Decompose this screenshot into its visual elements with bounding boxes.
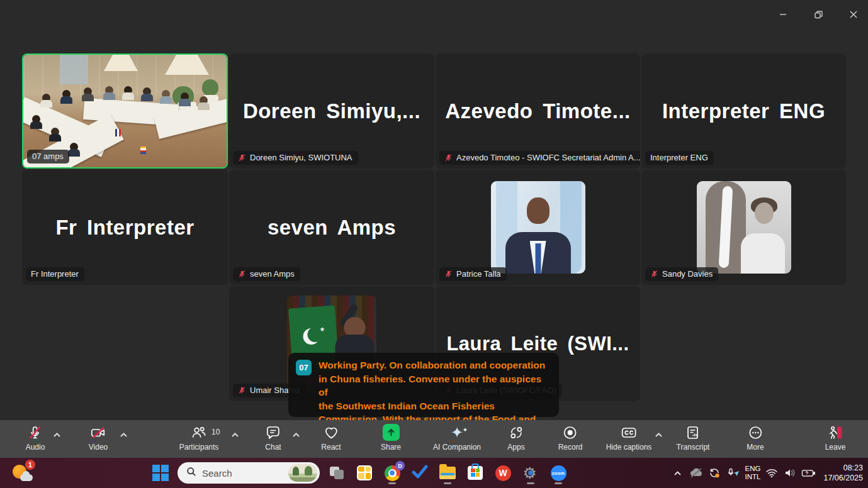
minimize-button[interactable] <box>774 6 792 23</box>
participant-name-label: Interpreter ENG <box>645 151 714 165</box>
widgets-board-button[interactable] <box>354 460 375 485</box>
onedrive-offline-icon[interactable] <box>689 462 703 484</box>
caption-line: the Southwest Indian Ocean Fisheries <box>318 399 551 413</box>
weather-icon: 1 <box>11 463 33 482</box>
muted-mic-icon <box>28 424 43 441</box>
participant-name: Fr Interpreter <box>31 269 79 279</box>
search-highlight-image[interactable] <box>288 464 317 482</box>
widgets-icon <box>357 465 372 480</box>
hide-captions-button[interactable]: Hide captions <box>606 424 652 452</box>
participant-name-label: seven Amps <box>233 267 300 281</box>
chat-button[interactable]: Chat <box>265 424 281 452</box>
muted-mic-icon <box>238 270 246 278</box>
tray-date: 17/06/2025 <box>823 473 863 483</box>
tile-patrice-talla[interactable]: Patrice Talla <box>436 170 640 285</box>
language-variant: INTL <box>745 473 761 481</box>
tray-time: 08:23 <box>823 463 863 473</box>
participant-name: Doreen Simiyu, SWIOTUNA <box>250 153 352 162</box>
restore-button[interactable] <box>809 6 828 23</box>
caption-speaker-badge: 07 <box>296 360 312 375</box>
tile-azevedo-timoteo[interactable]: Azevedo Timote... Azevedo Timoteo - SWIO… <box>436 53 640 169</box>
search-input[interactable]: Search <box>178 462 320 484</box>
profile-photo <box>491 181 585 274</box>
zoom-app-icon: zoom <box>551 465 566 481</box>
captions-options-chevron[interactable] <box>655 429 663 436</box>
audio-options-chevron[interactable] <box>53 429 62 436</box>
settings-button[interactable]: ⚙ <box>520 460 541 485</box>
muted-mic-icon <box>238 386 246 394</box>
participant-name-label: Sandy Davies <box>645 267 718 281</box>
audio-button[interactable]: Audio <box>26 424 45 452</box>
notification-badge: 1 <box>25 460 35 470</box>
caption-text: Working Party. On collaboration and coop… <box>318 358 551 412</box>
muted-camera-icon <box>89 424 106 441</box>
close-button[interactable] <box>844 6 863 23</box>
apps-icon <box>509 424 524 441</box>
tile-07-amps[interactable]: 07 amps <box>22 53 228 169</box>
speaker-icon[interactable] <box>783 462 797 484</box>
search-icon <box>186 467 196 479</box>
tile-interpreter-eng[interactable]: Interpreter ENG Interpreter ENG <box>641 53 846 169</box>
ai-companion-button[interactable]: ✦✦ AI Companion <box>433 424 481 452</box>
profile-photo <box>697 181 791 274</box>
sync-status-icon[interactable] <box>707 462 721 484</box>
react-button[interactable]: React <box>321 424 341 452</box>
tile-sandy-davies[interactable]: Sandy Davies <box>641 170 846 285</box>
wifi-icon[interactable] <box>765 462 779 484</box>
muted-mic-icon <box>444 270 453 278</box>
battery-icon[interactable] <box>801 462 815 484</box>
checkmark-icon <box>412 465 428 481</box>
tile-fr-interpreter[interactable]: Fr Interpreter Fr Interpreter <box>22 170 228 285</box>
task-view-button[interactable] <box>326 460 347 485</box>
store-icon <box>468 466 483 480</box>
leave-button[interactable]: Leave <box>825 424 846 452</box>
participants-icon <box>191 424 207 441</box>
more-ellipsis-icon <box>748 424 763 441</box>
participant-name: Patrice Talla <box>456 269 501 279</box>
participant-name: Sandy Davies <box>662 269 713 279</box>
participant-name-label: Doreen Simiyu, SWIOTUNA <box>233 151 358 165</box>
wps-icon: W <box>495 465 511 481</box>
tile-doreen-simiyu[interactable]: Doreen Simiyu,... Doreen Simiyu, SWIOTUN… <box>229 53 434 169</box>
wps-office-button[interactable]: W <box>492 460 514 485</box>
file-explorer-button[interactable] <box>437 460 458 485</box>
video-button[interactable]: Video <box>89 424 108 452</box>
caption-line: Working Party. On collaboration and coop… <box>318 358 551 372</box>
muted-mic-icon <box>238 153 246 162</box>
transcript-icon <box>685 424 701 441</box>
microsoft-store-button[interactable] <box>465 460 486 485</box>
todo-button[interactable] <box>409 460 431 485</box>
muted-mic-icon <box>444 153 453 162</box>
participant-name-label: Patrice Talla <box>439 267 507 281</box>
participant-name-label: Fr Interpreter <box>26 267 84 281</box>
ai-companion-sparkle-icon: ✦✦ <box>451 425 463 440</box>
participant-name-label: Azevedo Timoteo - SWIOFC Secretariat Adm… <box>439 151 640 165</box>
record-icon <box>563 424 578 441</box>
mic-location-in-use-icon[interactable] <box>726 462 741 484</box>
apps-button[interactable]: Apps <box>507 424 524 452</box>
participant-name-label: 07 amps <box>27 150 69 164</box>
tray-hidden-icons-chevron[interactable] <box>671 462 685 484</box>
start-button[interactable] <box>150 462 171 484</box>
title-bar <box>0 0 868 28</box>
folder-icon <box>439 467 456 479</box>
caption-line: in Chuna fisheries. Convene under the au… <box>318 372 551 399</box>
video-options-chevron[interactable] <box>120 429 128 436</box>
widgets-weather-button[interactable]: 1 <box>11 462 39 484</box>
live-captions-panel[interactable]: 07 Working Party. On collaboration and c… <box>288 353 559 417</box>
participant-name: Azevedo Timoteo - SWIOFC Secretariat Adm… <box>456 153 640 162</box>
participants-options-chevron[interactable] <box>231 429 240 436</box>
chrome-button[interactable]: D <box>381 460 403 485</box>
zoom-app-button[interactable]: zoom <box>548 460 569 485</box>
language-code: ENG <box>745 465 761 473</box>
tile-seven-amps[interactable]: seven Amps seven Amps <box>229 170 434 285</box>
clock[interactable]: 08:23 17/06/2025 <box>820 462 863 484</box>
keyboard-language-switcher[interactable]: ENG INTL <box>745 462 761 484</box>
transcript-button[interactable]: Transcript <box>677 424 710 452</box>
chat-options-chevron[interactable] <box>292 429 301 436</box>
record-button[interactable]: Record <box>558 424 583 452</box>
more-button[interactable]: More <box>747 424 764 452</box>
participant-name: 07 amps <box>32 152 64 161</box>
participant-name: Interpreter ENG <box>650 153 708 162</box>
share-screen-button[interactable]: Share <box>381 424 401 452</box>
